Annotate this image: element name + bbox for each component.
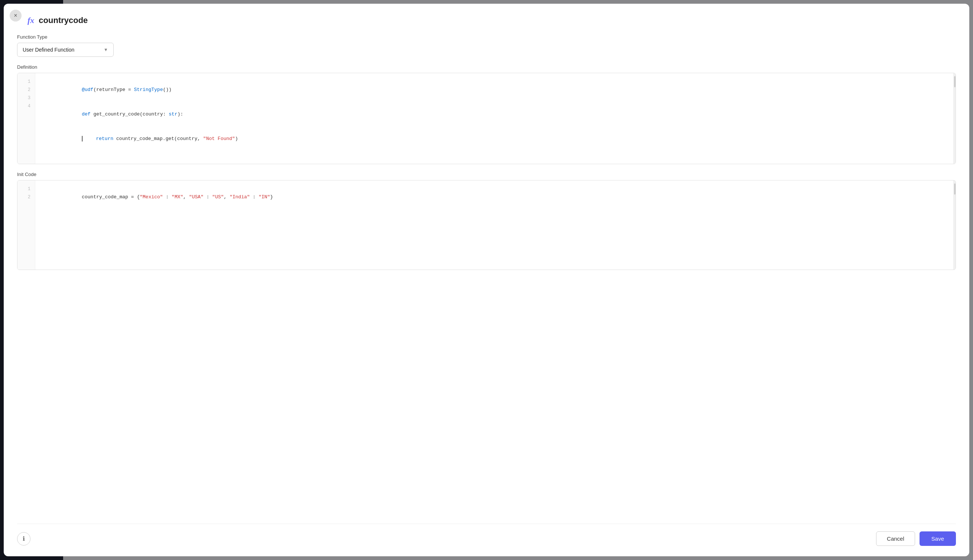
init-code-editor[interactable]: 1 2 country_code_map = {"Mexico" : "MX",… xyxy=(17,180,956,270)
chevron-down-icon: ▼ xyxy=(103,47,108,52)
init-line-numbers: 1 2 xyxy=(17,180,35,270)
function-type-label: Function Type xyxy=(17,34,956,40)
footer-actions: Cancel Save xyxy=(876,532,956,546)
code-line-4 xyxy=(41,151,947,159)
modal-body: Function Type User Defined Function ▼ De… xyxy=(17,34,956,521)
init-code-content[interactable]: country_code_map = {"Mexico" : "MX", "US… xyxy=(35,180,953,270)
function-type-section: Function Type User Defined Function ▼ xyxy=(17,34,956,57)
function-type-value: User Defined Function xyxy=(23,47,74,53)
code-line-3: return country_code_map.get(country, "No… xyxy=(41,127,947,151)
init-code-label: Init Code xyxy=(17,172,956,177)
definition-section: Definition 1 2 3 4 @udf(returnType = Str… xyxy=(17,64,956,164)
modal-dialog: × fx countrycode Function Type User Defi… xyxy=(4,4,969,556)
code-line-1: @udf(returnType = StringType()) xyxy=(41,78,947,102)
init-scrollbar xyxy=(953,180,956,270)
init-code-section: Init Code 1 2 country_code_map = {"Mexic… xyxy=(17,172,956,270)
init-code-line-1: country_code_map = {"Mexico" : "MX", "US… xyxy=(41,185,947,210)
definition-label: Definition xyxy=(17,64,956,70)
save-button[interactable]: Save xyxy=(920,532,956,546)
definition-line-numbers: 1 2 3 4 xyxy=(17,73,35,164)
definition-code-content[interactable]: @udf(returnType = StringType()) def get_… xyxy=(35,73,953,164)
definition-editor[interactable]: 1 2 3 4 @udf(returnType = StringType()) … xyxy=(17,73,956,164)
modal-title: countrycode xyxy=(38,16,88,25)
code-line-2: def get_country_code(country: str): xyxy=(41,102,947,127)
close-button[interactable]: × xyxy=(10,10,22,22)
info-button[interactable]: ℹ xyxy=(17,532,30,545)
modal-footer: ℹ Cancel Save xyxy=(17,523,956,546)
fx-icon: fx xyxy=(27,16,34,25)
cancel-button[interactable]: Cancel xyxy=(876,532,915,546)
definition-scrollbar xyxy=(953,73,956,164)
init-code-line-2 xyxy=(41,210,947,218)
modal-header: fx countrycode xyxy=(17,16,956,25)
function-type-dropdown[interactable]: User Defined Function ▼ xyxy=(17,43,113,57)
